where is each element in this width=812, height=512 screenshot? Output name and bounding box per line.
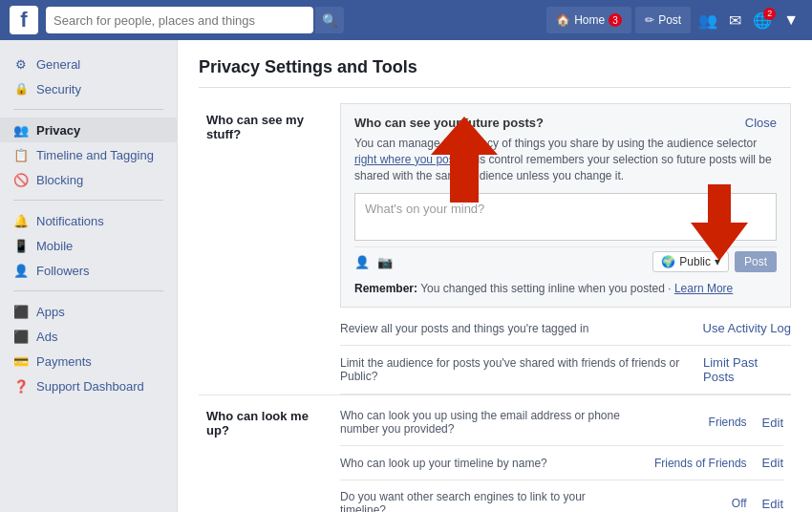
sidebar-item-followers[interactable]: 👤 Followers	[0, 258, 177, 283]
apps-icon: ⬛	[13, 304, 29, 319]
limit-past-posts-button[interactable]: Limit Past Posts	[703, 355, 791, 384]
privacy-icon: 👥	[13, 122, 29, 138]
sidebar-item-security[interactable]: 🔒 Security	[0, 76, 177, 101]
photo-icon: 📷	[377, 255, 393, 269]
sidebar-label-followers: Followers	[36, 264, 90, 278]
search-input[interactable]	[46, 7, 313, 33]
payments-icon: 💳	[13, 353, 29, 369]
sidebar-item-payments[interactable]: 💳 Payments	[0, 349, 177, 373]
close-panel-button[interactable]: Close	[745, 116, 777, 130]
person-icon: 👤	[354, 255, 370, 269]
search-engines-value: Off	[732, 497, 747, 510]
mobile-icon: 📱	[13, 238, 29, 253]
audience-selector-button[interactable]: 🌍 Public ▾	[652, 251, 729, 272]
notifications-badge: 2	[763, 8, 776, 20]
future-posts-description: You can manage the privacy of things you…	[354, 136, 777, 183]
sidebar-label-general: General	[36, 57, 80, 72]
post-submit-button[interactable]: Post	[735, 251, 777, 272]
home-label: Home	[574, 13, 605, 27]
sidebar-label-security: Security	[36, 82, 81, 96]
blocking-icon: 🚫	[13, 172, 29, 187]
friends-icon-button[interactable]: 👥	[694, 8, 721, 33]
learn-more-link[interactable]: Learn More	[674, 282, 733, 295]
lookup-email-edit[interactable]: Edit	[762, 416, 783, 430]
page-title: Privacy Settings and Tools	[199, 57, 791, 88]
use-activity-log-button[interactable]: Use Activity Log	[703, 321, 792, 335]
remember-text: Remember: You changed this setting inlin…	[354, 282, 777, 295]
search-engines-desc: Do you want other search engines to link…	[340, 490, 627, 512]
ads-icon: ⬛	[13, 329, 29, 344]
post-compose-box[interactable]: What's on your mind?	[354, 193, 777, 241]
future-posts-title: Who can see your future posts?	[354, 116, 544, 130]
sidebar-item-timeline[interactable]: 📋 Timeline and Tagging	[0, 142, 177, 167]
search-engines-edit[interactable]: Edit	[762, 497, 783, 511]
sidebar-label-apps: Apps	[36, 305, 65, 319]
sidebar-label-privacy: Privacy	[36, 123, 80, 138]
dropdown-icon: ▾	[715, 255, 720, 268]
public-label: Public	[679, 255, 711, 268]
globe-icon: 🌍	[661, 255, 675, 268]
privacy-table: Who can see my stuff? Who can see your f…	[199, 103, 791, 512]
support-icon: ❓	[13, 378, 29, 394]
post-icon: ✏	[645, 13, 654, 27]
home-button[interactable]: 🏠 Home 3	[546, 7, 631, 33]
sidebar-item-privacy[interactable]: 👥 Privacy	[0, 117, 177, 142]
sidebar-item-general[interactable]: ⚙ General	[0, 52, 177, 76]
followers-icon: 👤	[13, 263, 29, 278]
sidebar-label-support: Support Dashboard	[36, 379, 144, 394]
lookup-name-edit[interactable]: Edit	[762, 456, 783, 470]
lookup-name-value: Friends of Friends	[654, 457, 747, 470]
sidebar-label-mobile: Mobile	[36, 239, 73, 253]
post-button[interactable]: ✏ Post	[635, 7, 691, 33]
sidebar-item-support[interactable]: ❓ Support Dashboard	[0, 373, 177, 398]
notifications-icon-button[interactable]: 🌐 2	[749, 8, 776, 33]
search-button[interactable]: 🔍	[315, 7, 344, 33]
bell-icon: 🔔	[13, 213, 29, 228]
sidebar-label-notifications: Notifications	[36, 214, 104, 228]
sidebar-item-blocking[interactable]: 🚫 Blocking	[0, 167, 177, 192]
lookup-email-desc: Who can look you up using the email addr…	[340, 409, 627, 436]
future-posts-panel: Who can see your future posts? Close You…	[340, 103, 791, 308]
lock-icon: 🔒	[13, 81, 29, 96]
sidebar-item-ads[interactable]: ⬛ Ads	[0, 324, 177, 349]
messages-icon-button[interactable]: ✉	[725, 8, 745, 33]
post-placeholder: What's on your mind?	[365, 202, 484, 216]
activity-log-desc: Review all your posts and things you're …	[340, 322, 588, 335]
lookup-name-desc: Who can look up your timeline by name?	[340, 457, 547, 470]
look-me-up-label: Who can look me up?	[199, 395, 332, 512]
right-where-you-post-link[interactable]: right where you post	[354, 153, 458, 166]
lookup-email-value: Friends	[709, 416, 747, 429]
sidebar-label-ads: Ads	[36, 330, 57, 344]
sidebar-label-timeline: Timeline and Tagging	[36, 148, 154, 162]
post-box-icons: 👤 📷	[354, 255, 393, 269]
sidebar-item-notifications[interactable]: 🔔 Notifications	[0, 208, 177, 233]
sidebar-item-mobile[interactable]: 📱 Mobile	[0, 233, 177, 258]
gear-icon: ⚙	[13, 56, 29, 72]
post-label: Post	[658, 13, 681, 27]
see-my-stuff-label: Who can see my stuff?	[199, 103, 332, 395]
home-icon: 🏠	[556, 13, 570, 27]
timeline-icon: 📋	[13, 147, 29, 162]
settings-dropdown-button[interactable]: ▼	[780, 8, 802, 32]
sidebar-label-blocking: Blocking	[36, 173, 83, 187]
sidebar-item-apps[interactable]: ⬛ Apps	[0, 299, 177, 324]
home-badge: 3	[609, 13, 622, 27]
sidebar-label-payments: Payments	[36, 354, 92, 369]
limit-past-posts-desc: Limit the audience for posts you've shar…	[340, 356, 703, 383]
facebook-logo: f	[10, 6, 38, 34]
